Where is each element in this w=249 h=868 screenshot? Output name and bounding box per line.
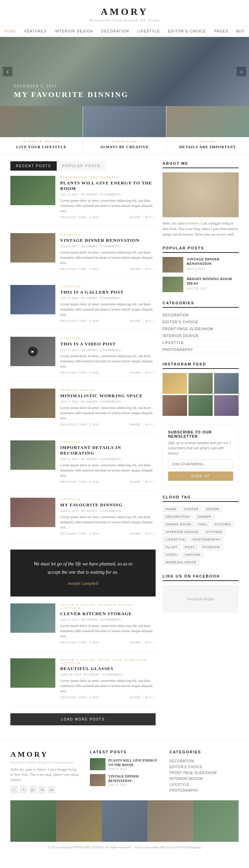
social-google[interactable]: g+ [29, 786, 37, 793]
category-item[interactable]: EDITOR'S CHOICE [163, 319, 239, 326]
tag-item[interactable]: DECORATION [163, 514, 193, 520]
footer-social: t f g+ in rss [10, 786, 80, 793]
tag-item[interactable]: DINNER [194, 514, 214, 520]
main-container: RECENT POSTS POPULAR POSTS RESTORATION, … [0, 154, 249, 739]
social-twitter[interactable]: t [10, 786, 18, 793]
post-title[interactable]: PLANTS WILL GIVE ENERGY TO THE ROOM [60, 180, 156, 191]
post-title[interactable]: MINIMALISTIC WORKING SPACE [60, 393, 156, 399]
instagram-thumb[interactable] [214, 395, 239, 416]
popular-post-item[interactable]: BRIGHT DINNING ROOM IDEAS JULY 03, 2017 [163, 277, 239, 292]
tab-recent-posts[interactable]: RECENT POSTS [10, 161, 57, 171]
instagram-thumb[interactable] [163, 395, 187, 416]
instagram-thumb[interactable] [214, 373, 239, 394]
footer-cat-item[interactable]: LIFESTYLE [169, 782, 239, 788]
tag-item[interactable]: COFFEE [181, 506, 202, 512]
nav-buy[interactable]: BUY [236, 29, 245, 33]
tag-item[interactable]: KITCHEN [212, 521, 234, 527]
footer-cat-item[interactable]: PHOTOGRAPHY [169, 788, 239, 793]
facebook-widget: Facebook Widget [163, 585, 239, 613]
post-title[interactable]: THIS IS A GALLERY POST [60, 289, 156, 295]
hero-title: MY FAVOURITE DINNING [14, 90, 129, 99]
footer-about-text: Hello, my name is Amory. I am a blogger … [10, 767, 80, 782]
nav-lifestyle[interactable]: LIFESTYLE [137, 29, 160, 33]
reading-time: READING TIME: 3 MIN [60, 319, 99, 323]
tag-item[interactable]: KITCHEN [203, 529, 225, 535]
featured-item-2[interactable]: MINIMALISM ALWAYS BE CREATIVE [83, 106, 166, 154]
category-item[interactable]: LIFESTYLE [163, 340, 239, 346]
category-item[interactable]: FRONT PAGE SLIDESHOW [163, 326, 239, 333]
post-title[interactable]: IMPORTANT DETAILS IN DECORATING [60, 445, 156, 456]
social-linkedin[interactable]: in [38, 786, 46, 793]
tag-item[interactable]: WORKING SPACE [163, 559, 200, 565]
tag-item[interactable]: DINING ROOM [163, 521, 194, 527]
category-item[interactable]: DECORATION [163, 312, 239, 319]
featured-item-1[interactable]: INTERIOR DESIGN LIVE YOUR LIFESTYLE [0, 106, 83, 154]
copyright-text: © 2016 copyright PREMIUMBLOGGING. All ri… [48, 846, 130, 849]
footer-cat-item[interactable]: INTERIOR DESIGN [169, 776, 239, 782]
tag-item[interactable]: VIDEO [163, 552, 180, 558]
newsletter-signup-button[interactable]: SIGN UP [168, 471, 233, 481]
tag-item[interactable]: IDEA [195, 521, 210, 527]
social-rss[interactable]: rss [48, 786, 55, 793]
post-thumbnail [10, 658, 55, 688]
social-facebook[interactable]: f [20, 786, 27, 793]
instagram-thumb[interactable] [188, 373, 213, 394]
post-meta: JULY 2, 2017 · BY AMORY · 0 COMMENTS [60, 509, 156, 513]
instagram-title: INSTAGRAM FEED [163, 362, 239, 369]
post-content: LIFESTYLE VINTAGE DINNER RENOVATION JULY… [60, 233, 156, 271]
nav-editors[interactable]: EDITOR'S CHOICE [168, 29, 206, 33]
tag-item[interactable]: LIFESTYLE [163, 536, 188, 543]
tab-popular-posts[interactable]: POPULAR POSTS [57, 161, 106, 171]
tag-item[interactable]: POST [182, 544, 198, 550]
cloud-tag-title: CLOUD TAG [163, 495, 239, 502]
tag-item[interactable]: HOME [163, 506, 179, 512]
post-title[interactable]: MY FAVOURITE DINNING [60, 502, 156, 508]
instagram-thumb[interactable] [163, 373, 187, 394]
tag-item[interactable]: DECOR [203, 506, 223, 512]
footer-cat-item[interactable]: EDITOR'S CHOICE [169, 764, 239, 770]
main-nav: HOME FEATURES INTERIOR DESIGN DECORATION… [0, 26, 249, 37]
site-tagline: Newsletter from Around the Globe [0, 18, 249, 22]
footer-images [10, 800, 239, 842]
hero-prev-arrow[interactable]: ‹ [3, 67, 12, 76]
tag-item[interactable]: STORAGE [200, 544, 223, 550]
footer-cat-item[interactable]: DECORATION [169, 758, 239, 764]
tag-item[interactable]: VINTAGE [182, 552, 204, 558]
featured-item-3[interactable]: DESIGN DETAILS ARE IMPORTANT [166, 106, 249, 154]
footer-about-section: AMORY Personal Fashion Blog for Connoiss… [10, 750, 80, 793]
nav-pages[interactable]: PAGES [214, 29, 228, 33]
post-title[interactable]: THIS IS A VIDEO POST [60, 341, 156, 347]
nav-features[interactable]: FEATURES [25, 29, 47, 33]
share-links: SHARE: ♡ ✉ ✈ ☆ [129, 216, 156, 219]
load-more-button[interactable]: LOAD MORE POSTS [10, 713, 156, 725]
nav-decoration[interactable]: DECORATION [101, 29, 129, 33]
featured-thumb-2 [83, 106, 166, 137]
hero-next-arrow[interactable]: › [237, 67, 246, 76]
tag-item[interactable]: PHOTOGRAPHY [190, 536, 224, 543]
post-title[interactable]: VINTAGE DINNER RENOVATION [60, 238, 156, 243]
newsletter-email-input[interactable] [168, 459, 233, 469]
category-item[interactable]: INTERIOR DESIGN [163, 333, 239, 340]
nav-home[interactable]: HOME [4, 29, 17, 33]
footer-post-item[interactable]: VINTAGE DINNER RENOVATION JULY 5, 2017 [90, 774, 159, 786]
footer-cat-item[interactable]: FRONT PAGE SLIDESHOW [169, 770, 239, 776]
instagram-thumb[interactable] [188, 395, 213, 416]
tag-item[interactable]: PLANT [163, 544, 181, 550]
newsletter-title: SUBSCRIBE TO OUR NEWSLETTER [168, 430, 233, 438]
post-excerpt: Lorem ipsum dolor sit amet, consectetur … [60, 250, 156, 265]
footer-tagline: Personal Fashion Blog for Connoisseurs [10, 761, 80, 764]
footer-post-item[interactable]: PLANTS WILL GIVE ENERGY TO THE ROOM JULY… [90, 758, 159, 771]
video-play-button[interactable]: ▶ [28, 347, 38, 356]
post-title[interactable]: CLEVER KITCHEN STORAGE [60, 611, 156, 617]
nav-interior[interactable]: INTERIOR DESIGN [55, 29, 93, 33]
footer-latest-title: LATEST POSTS [90, 750, 159, 754]
category-item[interactable]: PHOTOGRAPHY [163, 346, 239, 353]
about-text: Hello, my name is Amory. I am a blogger … [163, 221, 239, 237]
post-item: LIFESTYLE IMPORTANT DETAILS IN DECORATIN… [10, 440, 156, 491]
post-title[interactable]: BEAUTIFUL GLASSES [60, 666, 156, 671]
post-category: LIFESTYLE [60, 498, 156, 501]
post-content: LIFESTYLE THIS IS A GALLERY POST JULY 5,… [60, 285, 156, 323]
pp-date: JULY 5, 2017 [187, 267, 239, 270]
tag-item[interactable]: INTERIOR DESIGN [163, 529, 202, 535]
popular-post-item[interactable]: VINTAGE DINNER RENOVATION JULY 5, 2017 [163, 257, 239, 273]
